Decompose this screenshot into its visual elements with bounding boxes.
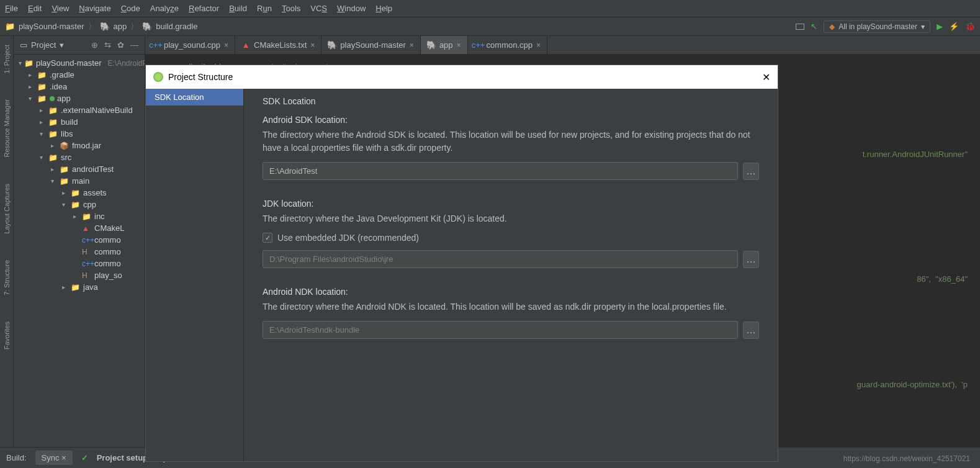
tree-item[interactable]: ▾📁app (14, 92, 145, 104)
browse-button[interactable]: … (743, 163, 759, 180)
close-icon[interactable]: × (224, 41, 228, 50)
menu-help[interactable]: Help (375, 4, 392, 13)
run-config-label: All in playSound-master (838, 22, 917, 31)
menu-vcs[interactable]: VCS (310, 4, 327, 13)
breadcrumb-bar: 📁 playSound-master 〉 🐘 app 〉 🐘 build.gra… (0, 17, 980, 36)
apply-changes-icon[interactable]: ⚡ (949, 22, 959, 31)
tree-item[interactable]: ▸📁.gradle (14, 69, 145, 81)
rail-structure[interactable]: 7: Structure (3, 256, 11, 299)
menu-edit[interactable]: Edit (28, 4, 42, 13)
tab-common[interactable]: c++common.cpp× (468, 36, 547, 54)
tree-item[interactable]: ▸📁.idea (14, 81, 145, 92)
menu-file[interactable]: File (5, 4, 18, 13)
tree-item[interactable]: ▸📁inc (14, 210, 145, 222)
rail-resource-manager[interactable]: Resource Manager (3, 96, 11, 161)
project-panel: ▭ Project ▾ ⊕ ⇆ ✿ — ▾📁 playSound-master … (14, 36, 145, 447)
section-heading: SDK Location (263, 96, 759, 106)
project-structure-dialog: Project Structure ✕ SDK Location SDK Loc… (145, 65, 778, 462)
run-button[interactable]: ▶ (937, 22, 943, 31)
menu-navigate[interactable]: Navigate (79, 4, 110, 13)
close-icon[interactable]: × (310, 41, 315, 50)
tree-item[interactable]: ▸📁build (14, 116, 145, 128)
tree-item[interactable]: ▾📁cpp (14, 199, 145, 210)
project-title[interactable]: Project (31, 40, 56, 50)
close-icon[interactable]: × (536, 41, 541, 50)
breadcrumb-root[interactable]: playSound-master (19, 22, 84, 31)
sdk-label: Android SDK location: (263, 115, 759, 125)
sdk-path-input[interactable] (263, 162, 738, 180)
target-icon[interactable]: ⊕ (91, 40, 98, 50)
tab-cmakelists[interactable]: ▲CMakeLists.txt× (235, 36, 321, 54)
editor-tabs: c++play_sound.cpp× ▲CMakeLists.txt× 🐘pla… (145, 36, 980, 55)
tree-item[interactable]: ▾📁src (14, 151, 145, 163)
tree-item[interactable]: Hplay_so (14, 269, 145, 281)
tab-app[interactable]: 🐘app× (421, 36, 468, 54)
breadcrumb: 📁 playSound-master 〉 🐘 app 〉 🐘 build.gra… (5, 21, 197, 32)
ndk-path-input[interactable] (263, 321, 738, 339)
close-button[interactable]: ✕ (762, 71, 770, 83)
android-studio-icon (153, 72, 163, 82)
tab-play-sound[interactable]: c++play_sound.cpp× (145, 36, 235, 54)
tree-item[interactable]: ▸📁assets (14, 187, 145, 199)
left-tool-rail: 1: Project Resource Manager Layout Captu… (0, 36, 14, 447)
rail-layout-captures[interactable]: Layout Captures (3, 180, 11, 238)
menu-refactor[interactable]: Refactor (189, 4, 219, 13)
menu-code[interactable]: Code (121, 4, 140, 13)
dialog-sidebar: SDK Location (146, 89, 244, 461)
collapse-icon[interactable]: ⇆ (104, 40, 111, 50)
chevron-right-icon: 〉 (130, 21, 138, 32)
embedded-jdk-checkbox[interactable]: ✓ (263, 233, 272, 243)
menu-tools[interactable]: Tools (282, 4, 300, 13)
sdk-description: The directory where the Android SDK is l… (263, 128, 759, 155)
device-icon[interactable] (796, 24, 804, 30)
sync-tab[interactable]: Sync × (35, 451, 73, 465)
tree-item[interactable]: ▾📁libs (14, 128, 145, 140)
close-icon[interactable]: × (61, 453, 66, 462)
dialog-content: SDK Location Android SDK location: The d… (244, 89, 778, 461)
project-setup-label: Project setup: (97, 453, 151, 462)
tree-item[interactable]: ▲CMakeL (14, 222, 145, 234)
tree-root[interactable]: ▾📁 playSound-master E:\AndroidProject\pl… (14, 57, 145, 69)
ndk-label: Android NDK location: (263, 287, 759, 297)
chevron-down-icon[interactable]: ▾ (60, 40, 64, 50)
project-icon: ▭ (20, 40, 27, 50)
close-icon[interactable]: × (410, 41, 414, 50)
tree-item[interactable]: ▾📁main (14, 175, 145, 187)
project-tree: ▾📁 playSound-master E:\AndroidProject\pl… (14, 55, 145, 447)
menu-run[interactable]: Run (257, 4, 272, 13)
jdk-path-input[interactable] (263, 250, 738, 268)
menu-build[interactable]: Build (229, 4, 247, 13)
jdk-label: JDK location: (263, 199, 759, 209)
debug-button[interactable]: 🐞 (965, 22, 975, 31)
run-config-selector[interactable]: ◆ All in playSound-master ▾ (824, 20, 930, 33)
browse-button[interactable]: … (743, 251, 759, 268)
menu-view[interactable]: View (52, 4, 69, 13)
menu-window[interactable]: Window (337, 4, 366, 13)
gradle-icon: 🐘 (142, 22, 152, 31)
menu-analyze[interactable]: Analyze (150, 4, 179, 13)
tab-playsound-master[interactable]: 🐘playSound-master× (321, 36, 421, 54)
tree-item[interactable]: ▸📁java (14, 281, 145, 293)
breadcrumb-file[interactable]: build.gradle (156, 22, 197, 31)
ndk-description: The directory where the Android NDK is l… (263, 300, 759, 313)
tree-item[interactable]: ▸📁androidTest (14, 163, 145, 175)
rail-project[interactable]: 1: Project (3, 41, 11, 77)
chevron-down-icon: ▾ (921, 22, 925, 31)
rail-favorites[interactable]: Favorites (3, 318, 11, 353)
project-panel-header: ▭ Project ▾ ⊕ ⇆ ✿ — (14, 36, 145, 55)
tree-item[interactable]: Hcommo (14, 246, 145, 258)
tree-item[interactable]: c++commo (14, 258, 145, 269)
breadcrumb-app[interactable]: app (114, 22, 127, 31)
toolbar-right: ↖ ◆ All in playSound-master ▾ ▶ ⚡ 🐞 (796, 20, 975, 33)
gear-icon[interactable]: ✿ (117, 40, 124, 50)
tree-item[interactable]: ▸📁.externalNativeBuild (14, 104, 145, 116)
browse-button[interactable]: … (743, 322, 759, 339)
close-icon[interactable]: × (457, 41, 461, 50)
tree-item[interactable]: ▸📦fmod.jar (14, 140, 145, 151)
build-label: Build: (6, 453, 27, 462)
minimize-icon[interactable]: — (130, 40, 138, 50)
dialog-titlebar: Project Structure ✕ (146, 65, 778, 89)
tree-item[interactable]: c++commo (14, 234, 145, 246)
sync-icon[interactable]: ↖ (811, 22, 817, 31)
sidebar-item-sdk-location[interactable]: SDK Location (146, 89, 243, 106)
